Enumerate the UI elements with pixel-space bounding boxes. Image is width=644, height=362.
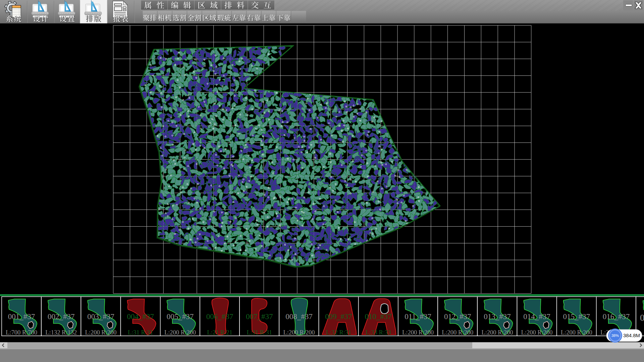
svg-text:003_#37: 003_#37 [87, 312, 114, 321]
svg-text:014_#37: 014_#37 [523, 312, 550, 321]
svg-text:008_#37: 008_#37 [285, 312, 313, 321]
svg-text:L:200 R:200: L:200 R:200 [402, 329, 434, 336]
svg-text:38%: 38% [611, 334, 619, 338]
svg-text:L:700 R:700: L:700 R:700 [6, 329, 37, 336]
svg-text:L:32 R:31: L:32 R:31 [326, 329, 352, 336]
svg-text:L:200 R:200: L:200 R:200 [283, 329, 315, 336]
svg-text:002_#37: 002_#37 [48, 312, 75, 321]
svg-text:L:200 R:200: L:200 R:200 [561, 329, 592, 336]
svg-text:L:200 R:200: L:200 R:200 [85, 329, 116, 336]
svg-text:L:31 R:31: L:31 R:31 [128, 329, 153, 336]
svg-text:011_#37: 011_#37 [405, 312, 431, 321]
svg-text:384.8M: 384.8M [623, 333, 640, 338]
svg-text:009_#37: 009_#37 [325, 312, 352, 321]
svg-text:L:31 R:31: L:31 R:31 [247, 329, 272, 336]
svg-text:016_#37: 016_#37 [603, 312, 630, 321]
svg-text:L:200 R:200: L:200 R:200 [442, 329, 473, 336]
svg-text:007_#37: 007_#37 [246, 312, 273, 321]
svg-text:L:200 R:200: L:200 R:200 [521, 329, 553, 336]
svg-text:006_#37: 006_#37 [206, 312, 233, 321]
svg-text:012_#37: 012_#37 [444, 312, 471, 321]
svg-text:015_#37: 015_#37 [563, 312, 590, 321]
svg-text:005_#37: 005_#37 [167, 312, 194, 321]
svg-text:004_#37: 004_#37 [127, 312, 154, 321]
svg-text:L:132 R:132: L:132 R:132 [45, 329, 77, 336]
svg-text:001_#37: 001_#37 [8, 312, 35, 321]
svg-text:0: 0 [640, 313, 644, 323]
svg-text:L:200 R:200: L:200 R:200 [481, 329, 513, 336]
svg-text:L:33 R:33: L:33 R:33 [366, 329, 391, 336]
svg-text:L:21 R:21: L:21 R:21 [207, 329, 232, 336]
svg-text:010_#37: 010_#37 [365, 312, 392, 321]
svg-text:L:200 R:200: L:200 R:200 [164, 329, 196, 336]
svg-text:013_#37: 013_#37 [484, 312, 511, 321]
